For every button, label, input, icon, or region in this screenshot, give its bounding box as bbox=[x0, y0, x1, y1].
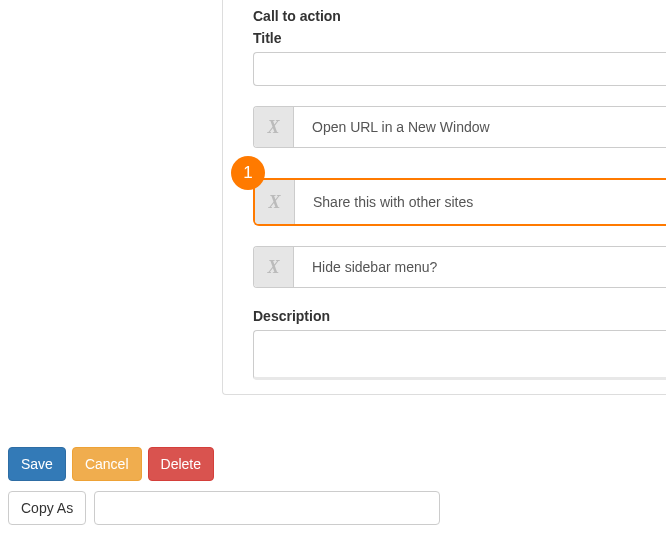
copy-as-row: Copy As bbox=[8, 491, 440, 525]
cancel-button[interactable]: Cancel bbox=[72, 447, 142, 481]
option-open-url-label: Open URL in a New Window bbox=[294, 107, 666, 147]
annotation-marker-1: 1 bbox=[231, 156, 265, 190]
form-panel-inner: Call to action Title X Open URL in a New… bbox=[223, 0, 666, 380]
checkbox-icon[interactable]: X bbox=[255, 180, 295, 224]
field-label-description: Description bbox=[253, 308, 666, 324]
description-textarea[interactable] bbox=[253, 330, 666, 380]
option-open-url[interactable]: X Open URL in a New Window bbox=[253, 106, 666, 148]
title-input[interactable] bbox=[253, 52, 666, 86]
copy-as-input[interactable] bbox=[94, 491, 440, 525]
option-hide-sidebar[interactable]: X Hide sidebar menu? bbox=[253, 246, 666, 288]
option-hide-sidebar-label: Hide sidebar menu? bbox=[294, 247, 666, 287]
delete-button[interactable]: Delete bbox=[148, 447, 214, 481]
option-share-sites[interactable]: X Share this with other sites bbox=[253, 178, 666, 226]
checkbox-icon[interactable]: X bbox=[254, 247, 294, 287]
copy-as-button[interactable]: Copy As bbox=[8, 491, 86, 525]
option-share-sites-label: Share this with other sites bbox=[295, 180, 666, 224]
section-label-call-to-action: Call to action bbox=[253, 8, 666, 24]
checkbox-icon[interactable]: X bbox=[254, 107, 294, 147]
button-row: Save Cancel Delete bbox=[8, 447, 440, 481]
footer-actions: Save Cancel Delete Copy As bbox=[8, 447, 440, 525]
highlighted-option-wrap: 1 X Share this with other sites bbox=[253, 178, 666, 226]
form-panel: Call to action Title X Open URL in a New… bbox=[222, 0, 666, 395]
save-button[interactable]: Save bbox=[8, 447, 66, 481]
field-label-title: Title bbox=[253, 30, 666, 46]
